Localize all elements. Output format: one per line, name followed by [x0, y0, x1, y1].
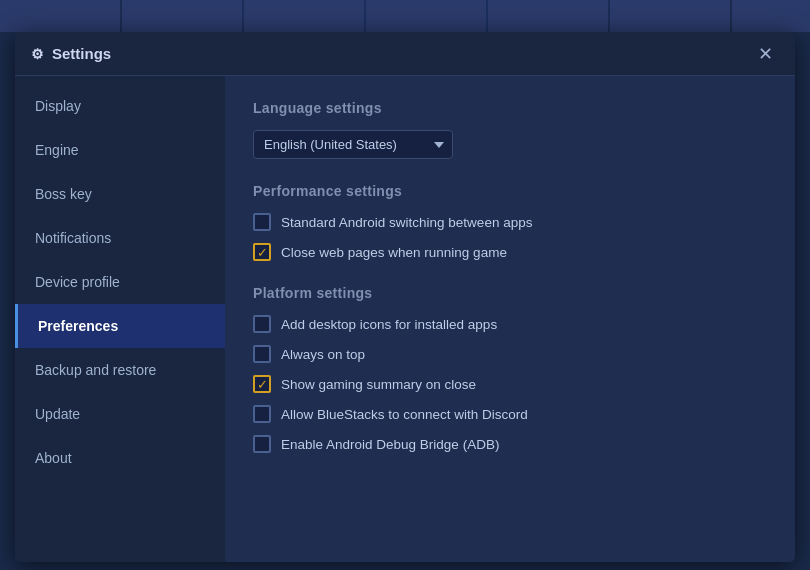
language-section-title: Language settings — [253, 100, 767, 116]
close-button[interactable]: ✕ — [751, 40, 779, 68]
checkbox-label-close-web-pages: Close web pages when running game — [281, 245, 507, 260]
settings-modal: ⚙ Settings ✕ Display Engine Boss key Not… — [15, 32, 795, 562]
sidebar-item-preferences[interactable]: Preferences — [15, 304, 225, 348]
sidebar-item-label: Notifications — [35, 230, 111, 246]
sidebar-item-display[interactable]: Display — [15, 84, 225, 128]
sidebar-item-label: About — [35, 450, 72, 466]
sidebar-item-notifications[interactable]: Notifications — [15, 216, 225, 260]
checkbox-label-enable-adb: Enable Android Debug Bridge (ADB) — [281, 437, 499, 452]
checkbox-label-show-gaming-summary: Show gaming summary on close — [281, 377, 476, 392]
language-section: Language settings English (United States… — [253, 100, 767, 159]
sidebar-item-device-profile[interactable]: Device profile — [15, 260, 225, 304]
game-thumb-6[interactable] — [610, 0, 730, 32]
checkbox-label-add-desktop-icons: Add desktop icons for installed apps — [281, 317, 497, 332]
modal-title-text: Settings — [52, 45, 111, 62]
checkbox-label-standard-android: Standard Android switching between apps — [281, 215, 532, 230]
modal-header: ⚙ Settings ✕ — [15, 32, 795, 76]
performance-section: Performance settings Standard Android sw… — [253, 183, 767, 261]
game-thumb-3[interactable] — [244, 0, 364, 32]
sidebar-item-label: Device profile — [35, 274, 120, 290]
checkbox-add-desktop-icons[interactable] — [253, 315, 271, 333]
checkbox-close-web-pages[interactable] — [253, 243, 271, 261]
game-thumb-2[interactable] — [122, 0, 242, 32]
checkbox-enable-adb[interactable] — [253, 435, 271, 453]
sidebar-item-backup-restore[interactable]: Backup and restore — [15, 348, 225, 392]
game-thumb-4[interactable] — [366, 0, 486, 32]
content-area: Language settings English (United States… — [225, 76, 795, 562]
sidebar-item-engine[interactable]: Engine — [15, 128, 225, 172]
checkbox-row-show-gaming-summary: Show gaming summary on close — [253, 375, 767, 393]
game-thumb-1[interactable] — [0, 0, 120, 32]
checkbox-row-always-on-top: Always on top — [253, 345, 767, 363]
checkbox-standard-android[interactable] — [253, 213, 271, 231]
sidebar-item-label: Update — [35, 406, 80, 422]
checkbox-row-allow-discord: Allow BlueStacks to connect with Discord — [253, 405, 767, 423]
checkbox-row-standard-android: Standard Android switching between apps — [253, 213, 767, 231]
game-thumb-5[interactable] — [488, 0, 608, 32]
sidebar-item-label: Display — [35, 98, 81, 114]
platform-section-title: Platform settings — [253, 285, 767, 301]
checkbox-allow-discord[interactable] — [253, 405, 271, 423]
checkbox-show-gaming-summary[interactable] — [253, 375, 271, 393]
sidebar: Display Engine Boss key Notifications De… — [15, 76, 225, 562]
modal-body: Display Engine Boss key Notifications De… — [15, 76, 795, 562]
sidebar-item-label: Backup and restore — [35, 362, 156, 378]
platform-section: Platform settings Add desktop icons for … — [253, 285, 767, 453]
checkbox-label-always-on-top: Always on top — [281, 347, 365, 362]
checkbox-row-add-desktop-icons: Add desktop icons for installed apps — [253, 315, 767, 333]
gear-icon: ⚙ — [31, 46, 44, 62]
sidebar-item-label: Boss key — [35, 186, 92, 202]
modal-title: ⚙ Settings — [31, 45, 751, 62]
checkbox-row-enable-adb: Enable Android Debug Bridge (ADB) — [253, 435, 767, 453]
checkbox-always-on-top[interactable] — [253, 345, 271, 363]
language-select[interactable]: English (United States) — [253, 130, 453, 159]
sidebar-item-about[interactable]: About — [15, 436, 225, 480]
language-select-wrap: English (United States) — [253, 130, 767, 159]
game-thumb-7[interactable] — [732, 0, 810, 32]
sidebar-item-boss-key[interactable]: Boss key — [15, 172, 225, 216]
checkbox-label-allow-discord: Allow BlueStacks to connect with Discord — [281, 407, 528, 422]
sidebar-item-label: Preferences — [38, 318, 118, 334]
checkbox-row-close-web-pages: Close web pages when running game — [253, 243, 767, 261]
sidebar-item-update[interactable]: Update — [15, 392, 225, 436]
performance-section-title: Performance settings — [253, 183, 767, 199]
sidebar-item-label: Engine — [35, 142, 79, 158]
top-bar — [0, 0, 810, 32]
